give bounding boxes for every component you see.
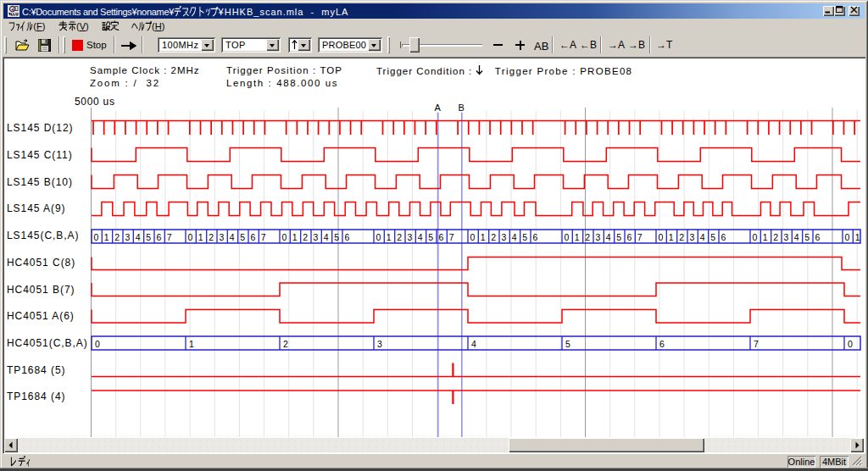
svg-text:6: 6: [627, 232, 632, 242]
svg-text:4: 4: [324, 232, 329, 242]
svg-text:HC4051(C,B,A): HC4051(C,B,A): [7, 337, 88, 349]
svg-text:5: 5: [616, 232, 621, 242]
svg-text:3: 3: [125, 232, 131, 242]
svg-text:4: 4: [606, 232, 611, 242]
svg-text:2: 2: [114, 232, 120, 242]
svg-text:0: 0: [94, 232, 99, 242]
svg-text:7: 7: [637, 232, 643, 242]
svg-text:3: 3: [690, 232, 695, 242]
svg-text:0: 0: [95, 339, 100, 349]
svg-text:1: 1: [481, 232, 486, 242]
svg-text:5: 5: [240, 232, 245, 242]
svg-text:0: 0: [565, 232, 570, 242]
svg-text:6: 6: [815, 232, 821, 242]
svg-text:3: 3: [220, 232, 225, 242]
svg-text:TP1684 (4): TP1684 (4): [7, 391, 66, 402]
svg-text:5: 5: [428, 232, 433, 242]
svg-text:4: 4: [512, 232, 517, 242]
svg-text:LS145(C,B,A): LS145(C,B,A): [7, 230, 79, 241]
svg-text:7: 7: [449, 232, 454, 242]
svg-text:1: 1: [292, 232, 298, 242]
svg-text:0: 0: [845, 232, 850, 242]
svg-text:2: 2: [397, 232, 402, 242]
svg-text:6: 6: [251, 232, 256, 242]
svg-text:6: 6: [659, 339, 665, 349]
svg-text:3: 3: [502, 232, 507, 242]
svg-text:3: 3: [784, 232, 789, 242]
svg-text:1: 1: [198, 232, 203, 242]
svg-text:1: 1: [189, 339, 194, 349]
svg-text:1: 1: [387, 232, 392, 242]
svg-text:2: 2: [283, 339, 288, 349]
svg-text:3: 3: [377, 339, 382, 349]
svg-text:5000 us: 5000 us: [75, 96, 115, 108]
svg-text:5: 5: [804, 232, 810, 242]
svg-text:HC4051 B(7): HC4051 B(7): [7, 284, 75, 296]
svg-text:2: 2: [491, 232, 496, 242]
svg-text:0: 0: [188, 232, 193, 242]
svg-text:2: 2: [303, 232, 308, 242]
svg-text:3: 3: [314, 232, 319, 242]
svg-text:2: 2: [209, 232, 214, 242]
svg-text:LS145 D(12): LS145 D(12): [7, 122, 74, 134]
svg-text:4: 4: [418, 232, 423, 242]
svg-text:LS145 A(9): LS145 A(9): [7, 202, 66, 214]
svg-text:6: 6: [157, 232, 162, 242]
svg-text:3: 3: [596, 232, 601, 242]
svg-text:2: 2: [773, 232, 778, 242]
svg-text:4: 4: [471, 339, 476, 349]
svg-text:0: 0: [753, 232, 758, 242]
svg-text:7: 7: [754, 339, 759, 349]
svg-text:B: B: [459, 103, 465, 113]
svg-text:2: 2: [679, 232, 684, 242]
svg-text:1: 1: [104, 232, 109, 242]
svg-text:TP1684 (5): TP1684 (5): [7, 364, 66, 376]
svg-text:0: 0: [470, 232, 476, 242]
svg-text:4: 4: [230, 232, 235, 242]
svg-text:A: A: [435, 103, 442, 113]
svg-text:7: 7: [167, 232, 172, 242]
svg-text:7: 7: [261, 232, 266, 242]
svg-text:LS145 C(11): LS145 C(11): [7, 149, 73, 161]
svg-text:1: 1: [575, 232, 580, 242]
svg-text:3: 3: [408, 232, 413, 242]
svg-text:6: 6: [721, 232, 726, 242]
svg-text:5: 5: [146, 232, 151, 242]
svg-text:6: 6: [533, 232, 538, 242]
svg-text:HC4051 A(6): HC4051 A(6): [7, 310, 75, 322]
svg-text:LS145 B(10): LS145 B(10): [7, 176, 73, 188]
svg-text:0: 0: [376, 232, 381, 242]
svg-text:HC4051 C(8): HC4051 C(8): [7, 257, 75, 269]
svg-text:5: 5: [522, 232, 527, 242]
svg-text:4: 4: [136, 232, 141, 242]
svg-text:6: 6: [345, 232, 350, 242]
svg-text:1: 1: [855, 232, 860, 242]
svg-text:6: 6: [439, 232, 444, 242]
svg-text:0: 0: [659, 232, 664, 242]
svg-text:1: 1: [669, 232, 674, 242]
svg-text:5: 5: [334, 232, 339, 242]
svg-text:4: 4: [794, 232, 799, 242]
svg-text:5: 5: [565, 339, 570, 349]
svg-text:0: 0: [848, 339, 853, 349]
svg-text:4: 4: [700, 232, 705, 242]
svg-text:1: 1: [763, 232, 768, 242]
svg-text:0: 0: [282, 232, 287, 242]
svg-text:2: 2: [585, 232, 590, 242]
svg-text:5: 5: [710, 232, 715, 242]
